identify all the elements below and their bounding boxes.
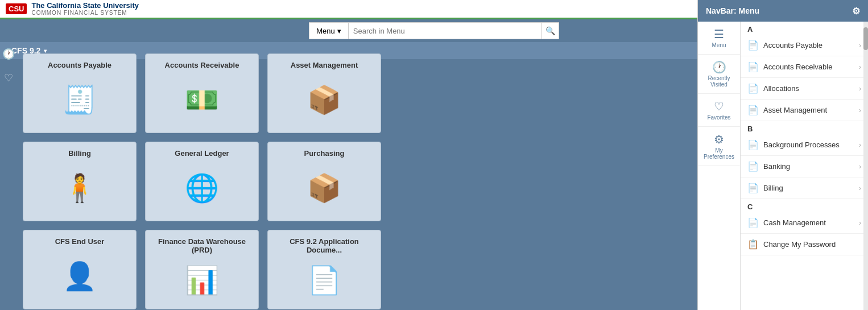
nav-strip-item-recently-visited[interactable]: 🕐 Recently Visited [698,55,740,94]
menu-item-accounts-payable[interactable]: 📄 Accounts Payable › [741,35,868,56]
menu-item-arrow: › [859,141,861,149]
nav-strip-icon: ⚙ [714,133,724,146]
menu-item-arrow: › [859,184,861,192]
menu-item-banking[interactable]: 📄 Banking › [741,156,868,177]
tile-purchasing[interactable]: Purchasing 📦 [267,142,381,221]
menu-item-allocations[interactable]: 📄 Allocations › [741,78,868,100]
tile-accounts-payable[interactable]: Accounts Payable 🧾 [23,53,137,133]
menu-item-label: Background Processes [763,140,854,149]
menu-item-label: Billing [763,184,854,192]
menu-item-label: Allocations [763,84,854,93]
right-panel: NavBar: Menu ⚙ ☰ Menu 🕐 Recently Visited… [697,0,868,310]
menu-item-accounts-receivable[interactable]: 📄 Accounts Receivable › [741,56,868,78]
menu-item-arrow: › [859,106,861,114]
system-name: COMMON FINANCIAL SYSTEM [31,10,139,16]
menu-item-label: Accounts Payable [763,41,854,49]
menu-item-arrow: › [859,85,861,93]
nav-strip-label: My Preferences [700,147,738,160]
tile-label: Accounts Receivable [165,61,239,69]
tile-accounts-receivable[interactable]: Accounts Receivable 💵 [145,53,259,133]
menu-button-label: Menu [316,27,335,35]
section-letter-B: B [741,121,868,134]
tile-finance-data-warehouse-(prd)[interactable]: Finance Data Warehouse (PRD) 📊 [145,230,259,309]
tile-label: Asset Management [291,61,358,69]
menu-item-icon: 📄 [747,83,759,94]
nav-strip-label: Menu [712,42,726,48]
menu-item-background-processes[interactable]: 📄 Background Processes › [741,134,868,156]
tile-general-ledger[interactable]: General Ledger 🌐 [145,142,259,221]
menu-item-arrow: › [859,219,861,227]
tile-icon: 📦 [307,162,341,214]
gear-icon[interactable]: ⚙ [852,6,860,16]
right-panel-body: ☰ Menu 🕐 Recently Visited ♡ Favorites ⚙ … [698,22,868,310]
menu-item-asset-management[interactable]: 📄 Asset Management › [741,100,868,121]
tile-label: Finance Data Warehouse (PRD) [152,237,251,254]
menu-item-billing[interactable]: 📄 Billing › [741,177,868,199]
section-letter-C: C [741,199,868,212]
menu-item-cash-management[interactable]: 📄 Cash Management › [741,212,868,234]
tile-icon: 💵 [185,74,219,126]
tile-icon: 👤 [63,250,97,302]
tile-icon: 🌐 [185,162,219,214]
menu-item-icon: 📄 [747,61,759,72]
menu-item-label: Banking [763,162,854,171]
search-icon: 🔍 [545,26,555,35]
tile-icon: 📄 [307,259,341,302]
tile-label: Purchasing [304,149,345,158]
nav-strip-icon: 🕐 [712,60,726,74]
tile-icon: 📊 [185,259,219,302]
menu-item-change-my-password[interactable]: 📋 Change My Password [741,234,868,255]
top-bar-left: CSU The California State University COMM… [6,1,139,17]
menu-list: A 📄 Accounts Payable › 📄 Accounts Receiv… [741,22,868,310]
tile-icon: 🧍 [63,162,97,214]
scroll-thumb [863,27,868,50]
search-button[interactable]: 🔍 [542,22,559,39]
menu-item-label: Asset Management [763,106,854,114]
menu-item-icon: 📄 [747,217,759,228]
nav-strip-icon: ☰ [714,27,724,41]
nav-strip-item-favorites[interactable]: ♡ Favorites [698,94,740,127]
tile-label: General Ledger [175,149,229,158]
menu-item-icon: 📄 [747,40,759,51]
menu-button[interactable]: Menu ▾ [309,22,349,39]
menu-item-icon: 📄 [747,161,759,172]
menu-item-icon: 📄 [747,105,759,115]
tile-cfs-9.2-application-docume...[interactable]: CFS 9.2 Application Docume... 📄 [267,230,381,309]
search-input[interactable] [349,22,542,39]
menu-item-label: Accounts Receivable [763,63,854,71]
tile-label: Billing [68,149,91,158]
tile-icon: 📦 [307,74,341,126]
nav-strip-item-menu[interactable]: ☰ Menu [698,22,740,55]
menu-item-arrow: › [859,163,861,171]
nav-strip-icon: ♡ [714,100,724,113]
nav-strip-label: Recently Visited [700,75,738,88]
right-panel-scrollbar[interactable] [863,22,868,310]
nav-strip-item-my-preferences[interactable]: ⚙ My Preferences [698,127,740,166]
nav-strip-label: Favorites [707,114,730,121]
menu-item-arrow: › [859,63,861,71]
right-panel-header: NavBar: Menu ⚙ [698,0,868,22]
tile-label: Accounts Payable [48,61,111,69]
tile-label: CFS End User [55,237,105,246]
menu-item-icon: 📄 [747,139,759,150]
nav-strip: ☰ Menu 🕐 Recently Visited ♡ Favorites ⚙ … [698,22,741,310]
top-bar-title: The California State University COMMON F… [31,1,139,17]
tile-asset-management[interactable]: Asset Management 📦 [267,53,381,133]
menu-dropdown-icon: ▾ [337,27,341,35]
menu-item-label: Cash Management [763,218,854,227]
university-name: The California State University [31,1,139,10]
content-area: Accounts Payable 🧾 Accounts Receivable 💵… [0,42,694,310]
menu-item-arrow: › [859,42,861,49]
tile-billing[interactable]: Billing 🧍 [23,142,137,221]
tile-icon: 🧾 [63,74,97,126]
menu-item-label: Change My Password [763,240,861,249]
right-panel-title: NavBar: Menu [706,6,759,15]
tile-label: CFS 9.2 Application Docume... [275,237,374,254]
menu-item-icon: 📄 [747,183,759,193]
csu-logo: CSU [6,3,27,14]
tile-cfs-end-user[interactable]: CFS End User 👤 [23,230,137,309]
section-letter-A: A [741,22,868,35]
tiles-grid: Accounts Payable 🧾 Accounts Receivable 💵… [0,42,694,310]
menu-item-icon: 📋 [747,239,759,250]
